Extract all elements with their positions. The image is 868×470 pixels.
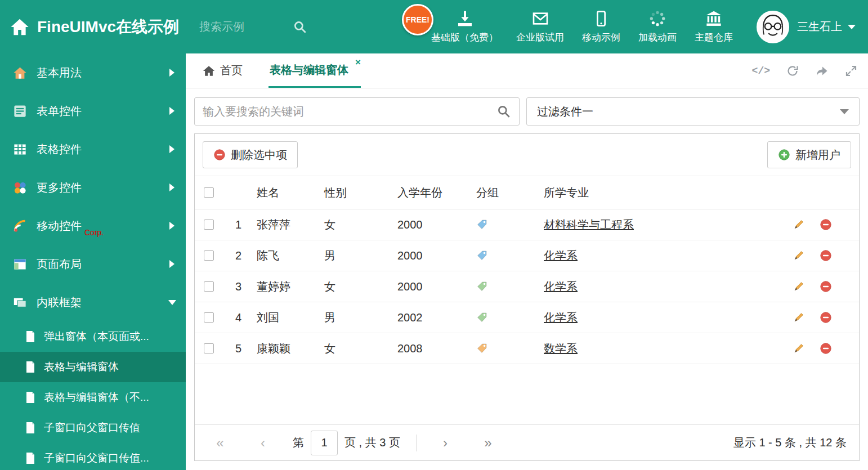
major-link[interactable]: 化学系 [544,280,578,293]
col-header-name[interactable]: 姓名 [248,185,316,200]
sidebar-subitem-child-to-parent[interactable]: 子窗口向父窗口传值 [0,413,186,443]
add-user-button[interactable]: 新增用户 [767,141,851,168]
sidebar-item-basic-usage[interactable]: 基本用法 [0,53,186,92]
header-search-input[interactable] [199,20,289,33]
close-icon[interactable]: × [355,57,361,67]
tab-home[interactable]: 首页 [203,53,243,88]
avatar[interactable] [757,11,789,43]
fullscreen-icon[interactable] [844,64,858,78]
tag-icon [476,219,487,230]
cell-year: 2000 [389,218,468,231]
keyword-search-input[interactable] [203,105,496,118]
refresh-icon[interactable] [786,64,799,78]
file-icon [25,330,36,343]
edit-pencil-icon[interactable] [793,218,805,231]
envelope-icon [531,10,549,28]
sidebar-item-mobile-controls[interactable]: 移动控件 Corp. [0,207,186,245]
row-checkbox[interactable] [204,312,214,323]
filter-dropdown[interactable]: 过滤条件一 [526,97,860,126]
sidebar-subitem-grid-edit-window-2[interactable]: 表格与编辑窗体（不... [0,382,186,413]
col-header-major[interactable]: 所学专业 [535,185,793,200]
row-checkbox[interactable] [204,220,214,230]
sidebar-item-inline-frame[interactable]: 内联框架 [0,283,186,321]
row-checkbox[interactable] [204,343,214,353]
nav-loading-animation[interactable]: 加载动画 [629,10,686,44]
header-search[interactable] [199,20,317,34]
table-icon [12,142,28,157]
tag-icon [476,312,487,323]
form-icon [12,104,28,119]
search-icon[interactable] [293,20,307,34]
page-label-prefix: 第 [293,435,304,450]
filter-row: 过滤条件一 [194,97,860,126]
search-icon[interactable] [496,104,511,119]
nav-theme-store[interactable]: 主题仓库 [686,10,742,44]
edit-pencil-icon[interactable] [793,342,805,355]
user-name: 三生石上 [797,19,842,34]
sidebar-subitem-grid-edit-window[interactable]: 表格与编辑窗体 [0,352,186,382]
sidebar-item-page-layout[interactable]: 页面布局 [0,245,186,283]
delete-row-icon[interactable] [820,249,832,262]
chevron-down-icon [840,109,849,114]
delete-row-icon[interactable] [820,311,832,324]
col-header-gender[interactable]: 性别 [316,185,389,200]
cell-year: 2008 [389,342,468,355]
grid-toolbar: 删除选中项 新增用户 [195,134,859,176]
col-header-year[interactable]: 入学年份 [389,185,468,200]
chevron-right-icon [169,260,175,268]
sidebar-item-form-controls[interactable]: 表单控件 [0,92,186,130]
chevron-right-icon [169,183,175,191]
next-page-button[interactable]: › [432,435,458,451]
major-link[interactable]: 材料科学与工程系 [544,218,634,231]
select-all-checkbox[interactable] [204,187,214,198]
major-link[interactable]: 数学系 [544,342,578,355]
keyword-search-box[interactable] [194,97,520,126]
cell-gender: 男 [316,248,389,263]
table-row: 5 康颖颖 女 2008 数学系 [195,333,859,364]
filter-dropdown-value: 过滤条件一 [537,104,593,119]
bank-icon [705,10,723,28]
plus-circle-icon [778,149,790,161]
last-page-button[interactable]: » [475,435,501,451]
col-header-group[interactable]: 分组 [468,185,535,200]
delete-row-icon[interactable] [820,218,832,231]
cell-name: 董婷婷 [248,279,316,294]
major-link[interactable]: 化学系 [544,311,578,324]
row-checkbox[interactable] [204,250,214,261]
home-icon [203,65,215,77]
row-number: 4 [223,311,248,324]
cell-year: 2000 [389,249,468,262]
sidebar-subitem-popup-window[interactable]: 弹出窗体（本页面或... [0,321,186,352]
sidebar-item-grid-controls[interactable]: 表格控件 [0,130,186,168]
chevron-right-icon [169,69,175,77]
delete-row-icon[interactable] [820,280,832,293]
signal-icon [12,218,28,234]
table-row: 3 董婷婷 女 2000 化学系 [195,271,859,302]
row-checkbox[interactable] [204,281,214,292]
nav-basic-free[interactable]: FREE! 基础版（免费） [422,10,507,44]
edit-pencil-icon[interactable] [793,311,805,324]
nav-enterprise-trial[interactable]: 企业版试用 [507,10,573,44]
table-header: 姓名 性别 入学年份 分组 所学专业 [195,176,859,209]
minus-circle-icon [213,149,226,161]
prev-page-button[interactable]: ‹ [250,435,276,451]
share-icon[interactable] [815,64,829,78]
home-icon[interactable] [10,17,29,37]
page-number-input[interactable] [311,431,338,455]
spinner-icon [648,10,666,28]
first-page-button[interactable]: « [207,435,233,451]
table-row: 1 张萍萍 女 2000 材料科学与工程系 [195,209,859,240]
major-link[interactable]: 化学系 [544,249,578,262]
delete-selected-button[interactable]: 删除选中项 [203,141,298,168]
sidebar-item-more-controls[interactable]: 更多控件 [0,168,186,207]
delete-row-icon[interactable] [820,342,832,355]
user-menu[interactable]: 三生石上 [797,19,856,34]
source-code-icon[interactable]: </> [752,65,770,77]
cell-gender: 女 [316,217,389,232]
edit-pencil-icon[interactable] [793,280,805,293]
edit-pencil-icon[interactable] [793,249,805,262]
nav-mobile-demo[interactable]: 移动示例 [573,10,629,44]
sidebar-subitem-child-to-parent-2[interactable]: 子窗口向父窗口传值... [0,443,186,470]
app-title: FineUIMvc在线示例 [37,16,179,38]
tab-grid-edit-window[interactable]: 表格与编辑窗体 × [269,53,361,88]
